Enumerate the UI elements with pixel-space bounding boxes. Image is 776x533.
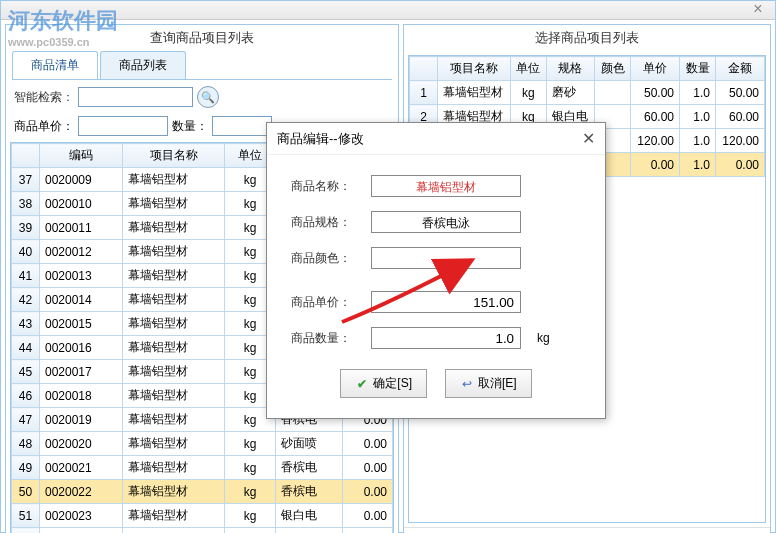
watermark-text: 河东软件园 bbox=[8, 8, 118, 33]
table-row[interactable]: 510020023幕墙铝型材kg银白电0.00 bbox=[12, 504, 393, 528]
spec-field[interactable]: 香槟电泳 bbox=[371, 211, 521, 233]
table-row[interactable]: 480020020幕墙铝型材kg砂面喷0.00 bbox=[12, 432, 393, 456]
table-row[interactable]: 520020024幕墙铝型材kg银白电0.00 bbox=[12, 528, 393, 534]
search-bar: 智能检索： 🔍 bbox=[6, 80, 398, 114]
color-field[interactable] bbox=[371, 247, 521, 269]
summary-bar: 数量合计：4.0 金额合计：230.00 bbox=[404, 527, 770, 533]
right-panel-title: 选择商品项目列表 bbox=[404, 25, 770, 51]
column-header[interactable]: 颜色 bbox=[595, 57, 631, 81]
column-header[interactable]: 金额 bbox=[715, 57, 764, 81]
column-header[interactable]: 规格 bbox=[546, 57, 594, 81]
tab-product-list[interactable]: 商品清单 bbox=[12, 51, 98, 79]
dialog-close-button[interactable]: ✕ bbox=[582, 129, 595, 148]
table-row[interactable]: 490020021幕墙铝型材kg香槟电0.00 bbox=[12, 456, 393, 480]
name-field[interactable]: 幕墙铝型材 bbox=[371, 175, 521, 197]
qty-input[interactable] bbox=[212, 116, 272, 136]
color-label: 商品颜色： bbox=[291, 250, 361, 267]
price-input[interactable] bbox=[78, 116, 168, 136]
dialog-title: 商品编辑--修改 bbox=[277, 130, 364, 148]
column-header[interactable]: 项目名称 bbox=[438, 57, 511, 81]
name-label: 商品名称： bbox=[291, 178, 361, 195]
modal-qty-input[interactable] bbox=[371, 327, 521, 349]
column-header[interactable]: 单位 bbox=[510, 57, 546, 81]
tabs: 商品清单 商品列表 bbox=[12, 51, 392, 80]
tab-product-catalog[interactable]: 商品列表 bbox=[100, 51, 186, 79]
column-header[interactable]: 项目名称 bbox=[123, 144, 225, 168]
check-icon: ✔ bbox=[355, 377, 369, 391]
window-close-button[interactable]: × bbox=[749, 1, 767, 19]
dialog-titlebar: 商品编辑--修改 ✕ bbox=[267, 123, 605, 155]
column-header[interactable]: 编码 bbox=[40, 144, 123, 168]
watermark-url: www.pc0359.cn bbox=[8, 36, 118, 48]
modal-price-label: 商品单价： bbox=[291, 294, 361, 311]
column-header[interactable] bbox=[12, 144, 40, 168]
price-label: 商品单价： bbox=[14, 118, 74, 135]
dialog-cancel-button[interactable]: ↩取消[E] bbox=[445, 369, 532, 398]
column-header[interactable]: 单价 bbox=[631, 57, 680, 81]
column-header[interactable]: 数量 bbox=[680, 57, 716, 81]
table-row[interactable]: 1幕墙铝型材kg磨砂50.001.050.00 bbox=[410, 81, 765, 105]
qty-unit: kg bbox=[537, 331, 550, 345]
qty-label: 数量： bbox=[172, 118, 208, 135]
dialog-ok-button[interactable]: ✔确定[S] bbox=[340, 369, 427, 398]
table-row[interactable]: 500020022幕墙铝型材kg香槟电0.00 bbox=[12, 480, 393, 504]
product-edit-dialog: 商品编辑--修改 ✕ 商品名称：幕墙铝型材 商品规格：香槟电泳 商品颜色： 商品… bbox=[266, 122, 606, 419]
column-header[interactable] bbox=[410, 57, 438, 81]
search-input[interactable] bbox=[78, 87, 193, 107]
search-button[interactable]: 🔍 bbox=[197, 86, 219, 108]
search-label: 智能检索： bbox=[14, 89, 74, 106]
modal-price-input[interactable] bbox=[371, 291, 521, 313]
modal-qty-label: 商品数量： bbox=[291, 330, 361, 347]
watermark: 河东软件园 www.pc0359.cn bbox=[0, 2, 126, 52]
cancel-icon: ↩ bbox=[460, 377, 474, 391]
spec-label: 商品规格： bbox=[291, 214, 361, 231]
